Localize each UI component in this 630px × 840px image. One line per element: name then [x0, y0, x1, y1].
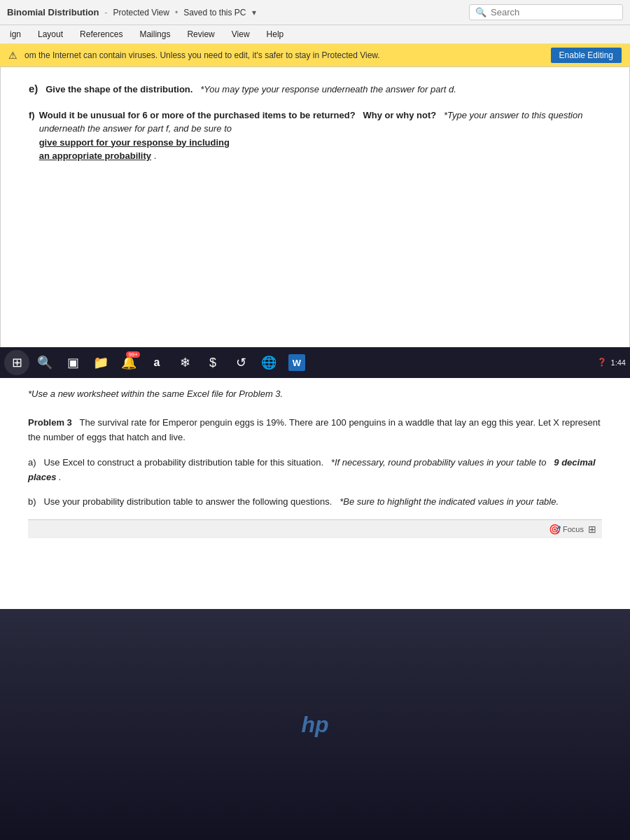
- file-icon: 📁: [93, 355, 108, 370]
- keyboard-surface: hp: [0, 609, 630, 840]
- search-taskbar-icon: 🔍: [37, 355, 52, 370]
- bullet: •: [175, 8, 178, 18]
- part-a-block: a) Use Excel to construct a probability …: [28, 456, 602, 485]
- separator1: -: [104, 8, 107, 18]
- saved-label: Saved to this PC: [183, 8, 246, 18]
- problem3-content: The survival rate for Emperor penguin eg…: [28, 417, 601, 442]
- part-f-period: .: [154, 150, 157, 161]
- weather-icon: ❄: [180, 355, 190, 370]
- menu-view[interactable]: View: [229, 28, 253, 41]
- part-e-label: e): [29, 83, 38, 94]
- part-a-note: *If necessary, round probability values …: [331, 457, 547, 468]
- document-content-block2: *Use a new worksheet within the same Exc…: [0, 373, 630, 609]
- word-button[interactable]: W: [284, 350, 309, 375]
- task-view-button[interactable]: ▣: [60, 350, 85, 375]
- part-f-text: f) Would it be unusual for 6 or more of …: [29, 108, 601, 163]
- problem3-label: Problem 3: [28, 417, 72, 428]
- browser-icon: 🌐: [261, 355, 276, 370]
- weather-button[interactable]: ❄: [172, 350, 197, 375]
- part-b-main: Use your probability distribution table …: [43, 496, 332, 507]
- document-content-block1: e) Give the shape of the distribution. *…: [0, 66, 630, 360]
- notification-badge: 99+: [126, 351, 140, 358]
- menu-layout[interactable]: Layout: [35, 28, 66, 41]
- task-view-icon: ▣: [67, 355, 79, 370]
- enable-editing-button[interactable]: Enable Editing: [551, 48, 622, 63]
- start-icon: ⊞: [12, 355, 22, 370]
- part-f-question: Why or why not?: [363, 110, 436, 120]
- screen-bottom-bar: 🎯 Focus ⊞: [28, 519, 602, 538]
- menu-review[interactable]: Review: [184, 28, 217, 41]
- word-icon: W: [288, 354, 305, 371]
- part-a-label: a): [28, 457, 36, 468]
- protected-view-bar: ⚠ om the Internet can contain viruses. U…: [0, 44, 630, 66]
- part-b-label: b): [28, 496, 36, 507]
- part-f: f) Would it be unusual for 6 or more of …: [29, 108, 601, 163]
- problem3-block: Problem 3 The survival rate for Emperor …: [28, 416, 602, 445]
- part-b-note: *Be sure to highlight the indicated valu…: [340, 496, 559, 507]
- part-e-text: e) Give the shape of the distribution. *…: [29, 81, 601, 97]
- notification-button[interactable]: 🔔 99+: [116, 350, 141, 375]
- warning-text-content: om the Internet can contain viruses. Unl…: [24, 50, 380, 60]
- protected-view-label: Protected View: [113, 8, 169, 18]
- warning-text: om the Internet can contain viruses. Unl…: [24, 50, 544, 60]
- problem3-text: Problem 3 The survival rate for Emperor …: [28, 416, 602, 445]
- part-b-block: b) Use your probability distribution tab…: [28, 495, 602, 510]
- part-b-text: b) Use your probability distribution tab…: [28, 495, 602, 510]
- letter-a-icon: a: [154, 356, 160, 369]
- search-icon: 🔍: [475, 7, 486, 18]
- menu-bar: ign Layout References Mailings Review Vi…: [0, 25, 630, 44]
- worksheet-note: *Use a new worksheet within the same Exc…: [28, 387, 602, 402]
- menu-help[interactable]: Help: [264, 28, 287, 41]
- part-f-paragraph1: Would it be unusual for 6 or more of the…: [39, 108, 601, 136]
- focus-label: Focus: [563, 525, 584, 533]
- dropdown-icon[interactable]: ▾: [252, 8, 256, 18]
- part-e: e) Give the shape of the distribution. *…: [29, 81, 601, 97]
- menu-references[interactable]: References: [77, 28, 125, 41]
- taskbar-time: 1:44: [611, 358, 626, 368]
- letter-a-button[interactable]: a: [144, 350, 169, 375]
- taskbar-right-area: ❓ 1:44: [597, 358, 626, 368]
- part-a-text: a) Use Excel to construct a probability …: [28, 456, 602, 485]
- part-f-label: f): [29, 108, 35, 163]
- dollar-button[interactable]: $: [200, 350, 225, 375]
- start-button[interactable]: ⊞: [4, 350, 29, 375]
- part-f-main: Would it be unusual for 6 or more of the…: [39, 110, 356, 120]
- grid-icon: ⊞: [588, 522, 596, 537]
- part-a-end: .: [59, 472, 62, 482]
- taskbar: ⊞ 🔍 ▣ 📁 🔔 99+ a ❄ $ ↺ 🌐 W: [0, 347, 630, 378]
- browser-button[interactable]: 🌐: [256, 350, 281, 375]
- part-f-content: Would it be unusual for 6 or more of the…: [39, 108, 601, 163]
- search-input[interactable]: [491, 7, 617, 18]
- search-box[interactable]: 🔍: [469, 4, 623, 20]
- title-bar: Binomial Distribution - Protected View •…: [0, 0, 630, 25]
- warning-icon: ⚠: [8, 50, 18, 61]
- clock-time: 1:44: [611, 358, 626, 368]
- part-e-note: *You may type your response underneath t…: [200, 84, 456, 94]
- part-f-paragraph3: an appropriate probability .: [39, 149, 601, 163]
- part-e-main: Give the shape of the distribution.: [46, 84, 192, 94]
- help-icon: ❓: [597, 358, 607, 367]
- hp-logo: hp: [301, 712, 328, 738]
- part-f-paragraph2: give support for your response by includ…: [39, 136, 601, 150]
- part-f-emphasis2: an appropriate probability: [39, 150, 151, 161]
- refresh-icon: ↺: [236, 355, 246, 370]
- document-title: Binomial Distribution: [7, 7, 99, 18]
- part-f-note2: give support for your response by includ…: [39, 137, 230, 148]
- search-taskbar-button[interactable]: 🔍: [32, 350, 57, 375]
- part-a-main: Use Excel to construct a probability dis…: [43, 457, 323, 468]
- refresh-button[interactable]: ↺: [228, 350, 253, 375]
- focus-icon: 🎯: [549, 524, 561, 535]
- dollar-icon: $: [209, 356, 216, 370]
- file-explorer-button[interactable]: 📁: [88, 350, 113, 375]
- menu-mailings[interactable]: Mailings: [136, 28, 173, 41]
- laptop-keyboard-area: hp: [0, 609, 630, 840]
- menu-ign[interactable]: ign: [7, 28, 24, 41]
- focus-button[interactable]: 🎯 Focus: [549, 524, 584, 535]
